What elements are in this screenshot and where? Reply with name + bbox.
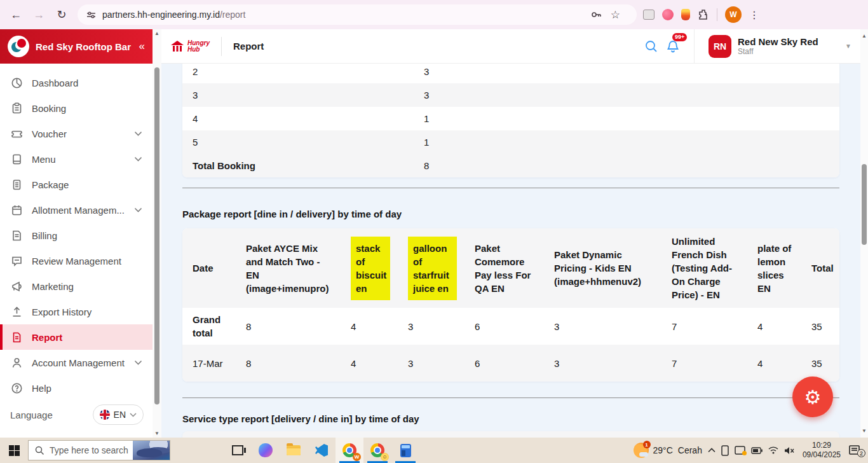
scroll-up-icon[interactable]: ▲ xyxy=(860,33,868,39)
taskbar-clock[interactable]: 10:29 09/04/2025 xyxy=(800,441,843,460)
bookmark-star-icon[interactable]: ☆ xyxy=(611,8,620,22)
back-icon[interactable]: ← xyxy=(6,5,25,24)
reload-icon[interactable]: ↻ xyxy=(52,5,71,24)
cell-value: 8 xyxy=(236,345,341,382)
phone-link-icon[interactable] xyxy=(721,445,729,456)
chevron-down-icon xyxy=(134,207,142,212)
chrome-window-2-button[interactable]: ☺ xyxy=(363,438,391,463)
user-caret-icon: ▼ xyxy=(845,43,851,50)
sidebar-item-menu[interactable]: Menu xyxy=(0,146,153,172)
site-settings-icon[interactable] xyxy=(86,10,96,20)
menu-book-icon xyxy=(10,153,23,165)
password-key-icon[interactable] xyxy=(590,9,602,20)
notifications-button[interactable]: 99+ xyxy=(662,36,684,57)
notification-center-button[interactable]: 2 xyxy=(849,445,863,455)
extensions-puzzle-icon[interactable] xyxy=(698,9,709,20)
chrome-window-1-button[interactable]: W xyxy=(336,438,363,463)
cell-value: 8 xyxy=(236,308,341,345)
sidebar-item-label: Dashboard xyxy=(32,78,78,88)
booking-icon xyxy=(10,102,23,114)
search-highlight-image[interactable] xyxy=(133,441,170,460)
browser-menu-icon[interactable]: ⋮ xyxy=(749,9,759,21)
clock-time: 10:29 xyxy=(803,441,841,450)
address-bar[interactable]: partners.hh-engineering.my.id/report ☆ xyxy=(78,4,637,25)
windows-taskbar: Type here to search W ☺ 1 29°CCerah xyxy=(0,438,868,463)
sidebar-collapse-icon[interactable]: « xyxy=(139,40,145,53)
screen-cast-icon[interactable] xyxy=(735,446,745,455)
system-tray: 1 29°CCerah 10:29 09/04/2025 2 xyxy=(634,438,868,463)
language-selector[interactable]: EN xyxy=(93,404,144,425)
taskbar-spacer xyxy=(170,438,224,463)
sidebar-item-help[interactable]: Help xyxy=(0,375,153,401)
file-explorer-button[interactable] xyxy=(280,438,308,463)
forward-icon[interactable]: → xyxy=(29,5,48,24)
bell-icon xyxy=(666,39,680,53)
clock-date: 09/04/2025 xyxy=(803,450,841,460)
sidebar-item-allotment-management[interactable]: Allotment Managem... xyxy=(0,197,153,223)
note-extension-icon[interactable] xyxy=(643,10,654,20)
task-view-button[interactable] xyxy=(224,438,252,463)
help-icon xyxy=(10,382,23,394)
highlight-yellow: stack of biscuit en xyxy=(351,237,390,300)
cell-party-size: 4 xyxy=(182,113,424,124)
copilot-button[interactable] xyxy=(252,438,280,463)
hungryhub-logo[interactable]: HungryHub xyxy=(161,40,221,53)
sidebar-item-account-management[interactable]: Account Management xyxy=(0,350,153,375)
cell-count: 3 xyxy=(424,90,429,100)
sidebar-item-package[interactable]: Package xyxy=(0,172,153,197)
strawberry-extension-icon[interactable] xyxy=(662,9,674,20)
sidebar-item-dashboard[interactable]: Dashboard xyxy=(0,70,153,95)
weather-alert-badge: 1 xyxy=(643,441,651,448)
browser-toolbar: ← → ↻ partners.hh-engineering.my.id/repo… xyxy=(0,0,868,29)
sidebar-item-review-management[interactable]: Review Management xyxy=(0,248,153,273)
sidebar-item-billing[interactable]: Billing xyxy=(0,223,153,248)
sidebar-item-report[interactable]: Report xyxy=(0,324,153,350)
sidebar-item-booking[interactable]: Booking xyxy=(0,95,153,121)
sidebar-item-export-history[interactable]: Export History xyxy=(0,299,153,324)
url-text[interactable]: partners.hh-engineering.my.id/report xyxy=(102,10,245,20)
total-booking-value: 8 xyxy=(424,160,429,171)
sidebar-item-marketing[interactable]: Marketing xyxy=(0,273,153,299)
lighthouse-extension-icon[interactable] xyxy=(681,9,690,20)
report-content: 2 3 3 3 4 1 5 1 xyxy=(161,64,860,438)
uk-flag-icon xyxy=(100,410,110,420)
sidebar-item-label: Billing xyxy=(32,230,57,241)
sidebar-item-voucher[interactable]: Voucher xyxy=(0,121,153,146)
report-icon xyxy=(10,331,23,343)
start-button[interactable] xyxy=(0,438,28,463)
taskbar-search-box[interactable]: Type here to search xyxy=(28,440,170,460)
page-scrollbar[interactable]: ▲ ▼ xyxy=(860,29,868,438)
vscode-button[interactable] xyxy=(308,438,336,463)
column-header-total: Total xyxy=(801,228,839,308)
sidebar-item-label: Booking xyxy=(32,103,66,114)
battery-icon[interactable] xyxy=(751,447,763,454)
sidebar-item-label: Menu xyxy=(32,154,56,165)
column-header-date: Date xyxy=(182,228,236,308)
voucher-icon xyxy=(10,127,23,140)
sidebar-item-label: Allotment Managem... xyxy=(32,205,125,216)
show-hidden-icons-button[interactable] xyxy=(708,448,715,453)
scroll-up-icon[interactable]: ▲ xyxy=(153,31,161,36)
settings-fab-button[interactable]: ⚙ xyxy=(792,377,833,417)
page-scrollbar-thumb[interactable] xyxy=(862,164,867,245)
scroll-down-icon[interactable]: ▼ xyxy=(860,428,868,434)
cell-value: 4 xyxy=(341,308,398,345)
sidebar-scrollbar-thumb[interactable] xyxy=(154,67,159,404)
browser-profile-avatar[interactable]: W xyxy=(725,6,742,23)
calculator-button[interactable] xyxy=(391,438,419,463)
table-row: 5 1 xyxy=(182,130,839,154)
weather-widget[interactable]: 1 29°CCerah xyxy=(634,443,702,458)
column-header-highlighted: galloon of starfruit juice en xyxy=(398,228,465,308)
volume-muted-icon[interactable] xyxy=(784,446,794,455)
search-button[interactable] xyxy=(641,36,662,57)
url-domain: partners.hh-engineering.my.id xyxy=(102,10,220,20)
user-menu[interactable]: RN Red New Sky Red Staff ▼ xyxy=(694,29,860,63)
total-booking-label: Total Booking xyxy=(182,160,424,171)
windows-logo-icon xyxy=(9,445,20,456)
sidebar-scrollbar[interactable]: ▲ ▼ xyxy=(153,29,161,438)
wifi-icon[interactable] xyxy=(768,446,778,454)
cell-value: 35 xyxy=(801,345,839,382)
scroll-down-icon[interactable]: ▼ xyxy=(153,431,161,436)
marketing-megaphone-icon xyxy=(10,280,23,293)
cast-status-dot xyxy=(742,451,747,455)
